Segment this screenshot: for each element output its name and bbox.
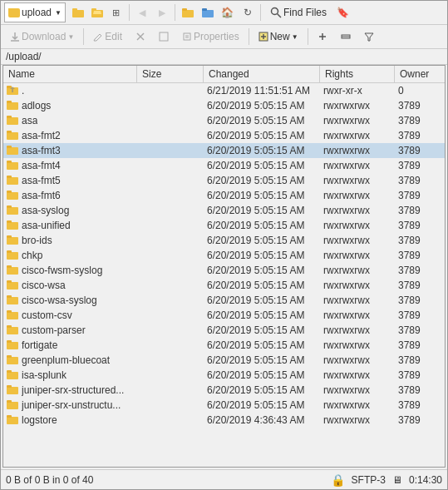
table-row[interactable]: asa-fmt66/20/2019 5:05:15 AMrwxrwxrwx378… — [3, 188, 445, 203]
svg-rect-52 — [7, 265, 12, 268]
file-owner-cell: 3789 — [395, 190, 445, 201]
folder-icon — [7, 190, 18, 202]
file-changed-cell: 6/20/2019 5:05:15 AM — [204, 384, 320, 396]
col-header-name[interactable]: Name — [3, 66, 137, 82]
svg-rect-5 — [182, 10, 194, 17]
file-owner-cell: 3789 — [395, 354, 445, 366]
col-header-owner[interactable]: Owner — [395, 66, 445, 82]
location-label: upload — [22, 7, 52, 18]
table-row[interactable]: logstore6/20/2019 4:36:43 AMrwxrwxrwx378… — [3, 413, 445, 428]
nav-folder-open-btn[interactable] — [88, 3, 106, 22]
file-changed-cell: 6/20/2019 5:05:15 AM — [204, 354, 320, 366]
table-row[interactable]: custom-csv6/20/2019 5:05:15 AMrwxrwxrwx3… — [3, 308, 445, 323]
table-row[interactable]: cisco-wsa-syslog6/20/2019 5:05:15 AMrwxr… — [3, 293, 445, 308]
svg-rect-53 — [7, 282, 18, 290]
file-owner-cell: 3789 — [395, 265, 445, 276]
folder-icon — [7, 160, 18, 172]
svg-rect-43 — [7, 207, 18, 215]
properties-button[interactable]: Properties — [176, 27, 245, 47]
filter-btn[interactable]: ⊞ — [107, 3, 126, 22]
table-row[interactable]: custom-parser6/20/2019 5:05:15 AMrwxrwxr… — [3, 323, 445, 338]
table-row[interactable]: isa-splunk6/20/2019 5:05:15 AMrwxrwxrwx3… — [3, 368, 445, 383]
svg-rect-31 — [7, 117, 18, 125]
folder-icon — [7, 265, 18, 277]
file-rights-cell: rwxrwxrwx — [320, 384, 395, 396]
svg-rect-67 — [7, 387, 18, 394]
col-header-changed[interactable]: Changed — [204, 66, 320, 82]
forward-btn[interactable]: ▶ — [153, 3, 171, 22]
col-header-rights[interactable]: Rights — [320, 66, 395, 82]
table-row[interactable]: asa-fmt46/20/2019 5:05:15 AMrwxrwxrwx378… — [3, 158, 445, 173]
find-files-button[interactable]: Find Files — [264, 2, 332, 22]
edit-label: Edit — [105, 31, 122, 42]
column-headers: Name Size Changed Rights Owner — [3, 66, 445, 83]
svg-rect-55 — [7, 297, 18, 304]
sep5 — [249, 28, 249, 45]
sep6 — [308, 28, 308, 45]
svg-rect-47 — [7, 237, 18, 245]
table-row[interactable]: .6/21/2019 11:51:51 AMrwxr-xr-x0 — [3, 83, 445, 98]
table-row[interactable]: cisco-fwsm-syslog6/20/2019 5:05:15 AMrwx… — [3, 263, 445, 278]
file-name-text: asa-unified — [22, 220, 71, 231]
file-owner-cell: 3789 — [395, 235, 445, 246]
svg-rect-48 — [7, 235, 12, 238]
svg-rect-50 — [7, 250, 12, 253]
download-button[interactable]: Download ▼ — [4, 27, 80, 47]
location-dropdown[interactable]: upload ▼ — [4, 2, 66, 22]
svg-rect-38 — [7, 161, 12, 163]
bookmark-btn[interactable]: 🔖 — [334, 3, 352, 22]
svg-rect-61 — [7, 342, 18, 349]
table-row[interactable]: juniper-srx-unstructu...6/20/2019 5:05:1… — [3, 398, 445, 413]
file-rights-cell: rwxrwxrwx — [320, 115, 395, 126]
folder-yellow-btn[interactable] — [179, 3, 197, 22]
table-row[interactable]: bro-ids6/20/2019 5:05:15 AMrwxrwxrwx3789 — [3, 233, 445, 248]
file-changed-cell: 6/21/2019 11:51:51 AM — [204, 85, 320, 97]
svg-rect-63 — [7, 357, 18, 364]
table-row[interactable]: asa-unified6/20/2019 5:05:15 AMrwxrwxrwx… — [3, 218, 445, 233]
svg-rect-66 — [7, 370, 12, 373]
table-row[interactable]: juniper-srx-structured...6/20/2019 5:05:… — [3, 383, 445, 398]
col-header-size[interactable]: Size — [137, 66, 204, 82]
table-row[interactable]: fortigate6/20/2019 5:05:15 AMrwxrwxrwx37… — [3, 338, 445, 353]
table-row[interactable]: asa6/20/2019 5:05:15 AMrwxrwxrwx3789 — [3, 113, 445, 128]
folder-icon — [7, 175, 18, 187]
file-name-cell: asa-syslog — [3, 205, 137, 217]
table-row[interactable]: chkp6/20/2019 5:05:15 AMrwxrwxrwx3789 — [3, 248, 445, 263]
file-name-text: asa — [22, 115, 37, 126]
table-row[interactable]: cisco-wsa6/20/2019 5:05:15 AMrwxrwxrwx37… — [3, 278, 445, 293]
table-row[interactable]: asa-fmt56/20/2019 5:05:15 AMrwxrwxrwx378… — [3, 173, 445, 188]
delete-button[interactable] — [130, 27, 151, 47]
svg-rect-37 — [7, 162, 18, 170]
file-name-text: asa-fmt2 — [22, 130, 61, 141]
filter-toggle-button[interactable] — [358, 27, 380, 47]
add-bookmark-button[interactable] — [312, 27, 333, 47]
table-row[interactable]: asa-fmt26/20/2019 5:05:15 AMrwxrwxrwx378… — [3, 128, 445, 143]
folder-icon — [7, 145, 18, 157]
file-changed-cell: 6/20/2019 5:05:15 AM — [204, 339, 320, 351]
folder-blue-btn[interactable] — [199, 3, 217, 22]
svg-rect-27 — [7, 86, 12, 88]
more-button[interactable] — [335, 27, 357, 47]
table-row[interactable]: asa-fmt36/20/2019 5:05:15 AMrwxrwxrwx378… — [3, 143, 445, 158]
new-button[interactable]: New ▼ — [253, 27, 304, 47]
file-name-cell: custom-csv — [3, 309, 137, 322]
folder-icon — [7, 235, 18, 247]
file-rights-cell: rwxrwxrwx — [320, 205, 395, 216]
file-rights-cell: rwxrwxrwx — [320, 309, 395, 321]
nav-folder-icon-btn[interactable] — [69, 3, 87, 22]
file-owner-cell: 3789 — [395, 414, 445, 426]
file-changed-cell: 6/20/2019 5:05:15 AM — [204, 324, 320, 336]
table-row[interactable]: greenplum-bluecoat6/20/2019 5:05:15 AMrw… — [3, 353, 445, 368]
edit-button[interactable]: Edit — [87, 27, 128, 47]
svg-rect-69 — [7, 402, 18, 409]
transfer-button[interactable] — [153, 27, 175, 47]
back-btn[interactable]: ◀ — [133, 3, 151, 22]
sep1 — [129, 4, 130, 21]
refresh-btn[interactable]: ↻ — [239, 3, 257, 22]
table-row[interactable]: adlogs6/20/2019 5:05:15 AMrwxrwxrwx3789 — [3, 98, 445, 113]
home-btn[interactable]: 🏠 — [219, 3, 237, 22]
file-rights-cell: rwxrwxrwx — [320, 190, 395, 201]
svg-rect-42 — [7, 191, 12, 193]
file-list-body[interactable]: .6/21/2019 11:51:51 AMrwxr-xr-x0adlogs6/… — [3, 83, 445, 467]
table-row[interactable]: asa-syslog6/20/2019 5:05:15 AMrwxrwxrwx3… — [3, 203, 445, 218]
